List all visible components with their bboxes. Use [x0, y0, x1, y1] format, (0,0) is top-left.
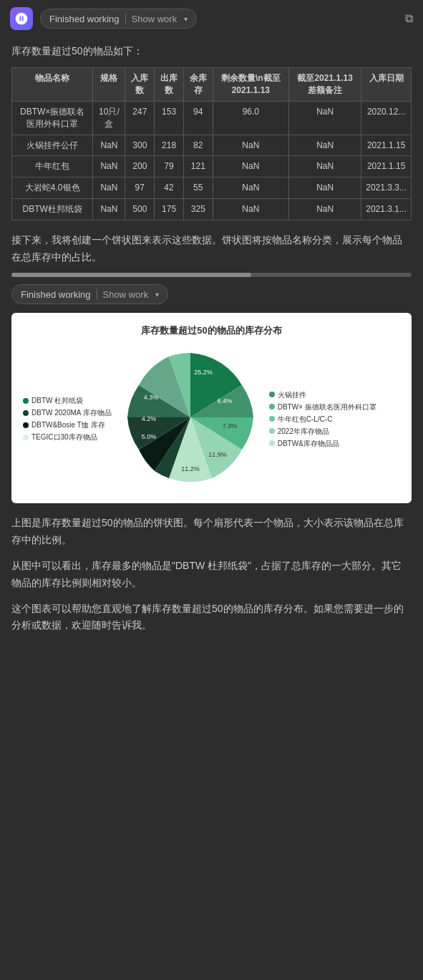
table-cell: 2021.1.15 [361, 135, 412, 156]
th-remain: 剩余数量\n截至2021.1.13 [213, 68, 288, 102]
legend-dot [23, 398, 29, 404]
chart-container: 库存数量超过50的物品的库存分布 DBTW 杜邦纸袋 DBTW 2020MA 库… [11, 313, 412, 503]
legend-dot [23, 410, 29, 416]
table-cell: 2021.1.15 [361, 156, 412, 178]
header-bar: Finished working Show work ▾ ⧉ [0, 0, 423, 37]
legend-label: DBTW&Bosie T恤 库存 [31, 420, 105, 430]
legend-dot [269, 440, 275, 446]
svg-text:4.3%: 4.3% [143, 394, 158, 401]
pill-divider-2 [97, 288, 97, 300]
legend-item-fire: 火锅挂件 [269, 390, 376, 399]
table-cell: 300 [125, 135, 155, 156]
legend-label: 火锅挂件 [278, 390, 306, 399]
svg-text:11.2%: 11.2% [181, 465, 200, 472]
svg-text:6.4%: 6.4% [217, 397, 232, 404]
legend-item-clcc: 牛年红包C-L/C-C [269, 414, 376, 424]
transition-text: 接下来，我将创建一个饼状图来表示这些数据。饼状图将按物品名称分类，展示每个物品在… [11, 232, 412, 266]
table-cell: 121 [183, 156, 213, 178]
chevron-icon: ▾ [184, 15, 188, 23]
table-cell: 10只/盒 [93, 101, 125, 135]
table-cell: NaN [213, 135, 288, 156]
legend-item-dbtw-paper: DBTW 杜邦纸袋 [23, 396, 112, 405]
table-row: 牛年红包NaN20079121NaNNaN2021.1.15 [12, 156, 412, 178]
table-cell: 153 [155, 101, 184, 135]
table-row: DBTW×振德联名医用外科口罩10只/盒2471539496.0NaN2020.… [12, 101, 412, 135]
legend-label: 牛年红包C-L/C-C [278, 414, 333, 424]
legend-label: DBTW× 振德联名医用外科口罩 [278, 402, 376, 412]
legend-label: TEGIC口30库存物品 [31, 432, 97, 442]
table-cell: 2020.12... [361, 101, 412, 135]
svg-text:7.3%: 7.3% [222, 422, 237, 430]
th-name: 物品名称 [12, 68, 93, 102]
data-table: 物品名称 规格 入库数 出库数 余库存 剩余数量\n截至2021.1.13 截至… [11, 67, 412, 220]
table-row: DBTW杜邦纸袋NaN500175325NaNNaN2021.3.1... [12, 198, 412, 220]
legend-dot [269, 428, 275, 434]
chevron-icon-2: ▾ [155, 291, 159, 299]
table-cell: DBTW×振德联名医用外科口罩 [12, 101, 93, 135]
table-cell: 42 [155, 178, 184, 199]
th-out: 出库数 [155, 68, 184, 102]
legend-label: DBTW 杜邦纸袋 [31, 396, 83, 405]
app-icon [10, 7, 33, 30]
content-area: 库存数量超过50的物品如下： 物品名称 规格 入库数 出库数 余库存 剩余数量\… [0, 37, 423, 657]
svg-text:5.0%: 5.0% [141, 433, 156, 440]
status-label-2: Finished working [21, 289, 91, 300]
table-cell: NaN [93, 178, 125, 199]
table-cell: NaN [93, 198, 125, 220]
status-pill-2[interactable]: Finished working Show work ▾ [11, 284, 168, 304]
table-cell: 火锅挂件公仔 [12, 135, 93, 156]
table-cell: 55 [183, 178, 213, 199]
table-cell: NaN [289, 178, 361, 199]
table-cell: 94 [183, 101, 213, 135]
status-label: Finished working [49, 14, 120, 24]
legend-label: DBTW&库存物品品 [278, 439, 339, 448]
th-date: 入库日期 [361, 68, 412, 102]
th-in: 入库数 [125, 68, 155, 102]
progress-bar [11, 273, 412, 277]
svg-text:25.2%: 25.2% [194, 369, 213, 376]
analysis-paragraph-0: 上图是库存数量超过50的物品的饼状图。每个扇形代表一个物品，大小表示该物品在总库… [11, 515, 412, 549]
table-cell: 2021.3.1... [361, 198, 412, 220]
legend-right: 火锅挂件 DBTW× 振德联名医用外科口罩 牛年红包C-L/C-C 2022年库… [269, 390, 376, 448]
pie-svg: 6.4% 7.3% 11.9% 11.2% 5.0% 4.2% 4.3% 25.… [119, 346, 262, 492]
legend-label: DBTW 2020MA 库存物品 [31, 408, 112, 417]
legend-item-bosie: DBTW&Bosie T恤 库存 [23, 420, 112, 430]
show-work-label: Show work [132, 14, 178, 24]
table-cell: 218 [155, 135, 184, 156]
legend-dot [269, 404, 275, 409]
table-cell: NaN [289, 198, 361, 220]
table-cell: 79 [155, 156, 184, 178]
chart-title: 库存数量超过50的物品的库存分布 [23, 324, 400, 337]
analysis-paragraph-1: 从图中可以看出，库存最多的物品是"DBTW 杜邦纸袋"，占据了总库存的一大部分。… [11, 558, 412, 592]
table-cell: NaN [93, 156, 125, 178]
legend-item-dbtw-and: DBTW&库存物品品 [269, 439, 376, 448]
status-pill[interactable]: Finished working Show work ▾ [40, 9, 197, 29]
table-row: 火锅挂件公仔NaN30021882NaNNaN2021.1.15 [12, 135, 412, 156]
table-cell: NaN [289, 101, 361, 135]
legend-item-2022: 2022年库存物品 [269, 427, 376, 436]
svg-text:11.9%: 11.9% [208, 451, 227, 458]
table-cell: DBTW杜邦纸袋 [12, 198, 93, 220]
svg-text:4.2%: 4.2% [141, 415, 156, 422]
copy-icon[interactable]: ⧉ [405, 12, 413, 25]
table-cell: NaN [213, 178, 288, 199]
table-cell: NaN [213, 198, 288, 220]
th-stock: 余库存 [183, 68, 213, 102]
progress-bar-fill [11, 273, 251, 277]
table-cell: 82 [183, 135, 213, 156]
legend-item-dbtw-2020: DBTW 2020MA 库存物品 [23, 408, 112, 417]
table-cell: 325 [183, 198, 213, 220]
pill-divider [125, 13, 126, 24]
table-cell: NaN [289, 156, 361, 178]
table-cell: NaN [213, 156, 288, 178]
legend-item-tegic: TEGIC口30库存物品 [23, 432, 112, 442]
th-spec: 规格 [93, 68, 125, 102]
table-cell: 96.0 [213, 101, 288, 135]
table-cell: 97 [125, 178, 155, 199]
table-cell: 200 [125, 156, 155, 178]
legend-dot [269, 392, 275, 397]
table-cell: NaN [93, 135, 125, 156]
th-note: 截至2021.1.13差额备注 [289, 68, 361, 102]
intro-text: 库存数量超过50的物品如下： [11, 43, 412, 59]
legend-item-dbtw-mask: DBTW× 振德联名医用外科口罩 [269, 402, 376, 412]
